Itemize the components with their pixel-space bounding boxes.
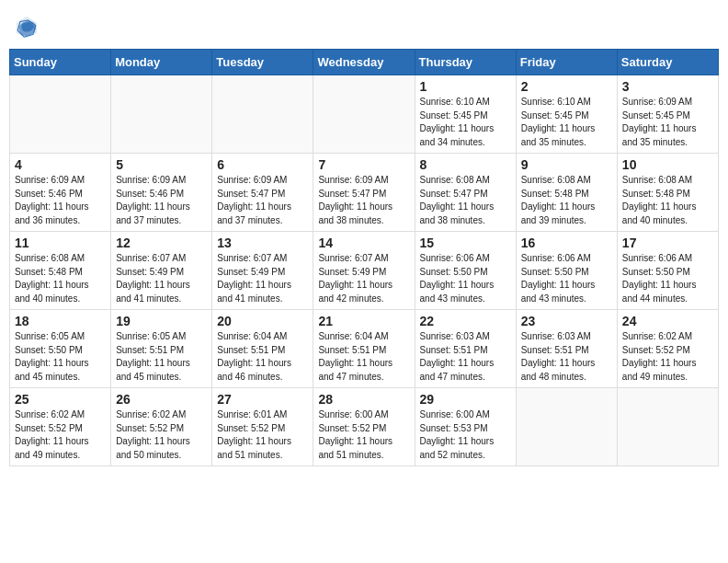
day-number: 16 xyxy=(521,236,612,250)
day-info: Sunrise: 6:03 AM Sunset: 5:51 PM Dayligh… xyxy=(521,330,612,384)
day-number: 11 xyxy=(15,236,106,250)
logo xyxy=(14,14,43,40)
day-number: 10 xyxy=(622,157,713,172)
weekday-header-saturday: Saturday xyxy=(617,50,718,75)
day-number: 26 xyxy=(116,392,207,407)
calendar-cell: 14Sunrise: 6:07 AM Sunset: 5:49 PM Dayli… xyxy=(313,232,415,310)
day-number: 13 xyxy=(217,236,308,250)
day-number: 28 xyxy=(318,392,409,407)
day-info: Sunrise: 6:07 AM Sunset: 5:49 PM Dayligh… xyxy=(318,252,409,305)
calendar-cell: 6Sunrise: 6:09 AM Sunset: 5:47 PM Daylig… xyxy=(212,154,313,232)
weekday-header-monday: Monday xyxy=(111,50,212,75)
day-info: Sunrise: 6:00 AM Sunset: 5:52 PM Dayligh… xyxy=(318,408,409,462)
calendar-cell: 26Sunrise: 6:02 AM Sunset: 5:52 PM Dayli… xyxy=(111,388,212,466)
day-info: Sunrise: 6:03 AM Sunset: 5:51 PM Dayligh… xyxy=(420,330,511,384)
day-number: 22 xyxy=(420,314,511,328)
day-number: 27 xyxy=(217,392,308,407)
day-number: 8 xyxy=(420,157,511,172)
calendar-cell: 25Sunrise: 6:02 AM Sunset: 5:52 PM Dayli… xyxy=(10,388,111,466)
day-info: Sunrise: 6:08 AM Sunset: 5:48 PM Dayligh… xyxy=(15,252,106,305)
calendar-cell: 23Sunrise: 6:03 AM Sunset: 5:51 PM Dayli… xyxy=(516,310,617,388)
calendar-cell: 3Sunrise: 6:09 AM Sunset: 5:45 PM Daylig… xyxy=(617,75,718,154)
day-info: Sunrise: 6:07 AM Sunset: 5:49 PM Dayligh… xyxy=(217,252,308,305)
calendar-cell: 18Sunrise: 6:05 AM Sunset: 5:50 PM Dayli… xyxy=(10,310,111,388)
calendar-cell xyxy=(313,75,415,154)
day-info: Sunrise: 6:02 AM Sunset: 5:52 PM Dayligh… xyxy=(622,330,713,384)
weekday-header-row: SundayMondayTuesdayWednesdayThursdayFrid… xyxy=(10,50,719,75)
day-number: 25 xyxy=(15,392,106,407)
calendar-cell: 2Sunrise: 6:10 AM Sunset: 5:45 PM Daylig… xyxy=(516,75,617,154)
day-info: Sunrise: 6:09 AM Sunset: 5:45 PM Dayligh… xyxy=(622,96,713,149)
day-info: Sunrise: 6:06 AM Sunset: 5:50 PM Dayligh… xyxy=(420,252,511,305)
day-info: Sunrise: 6:08 AM Sunset: 5:47 PM Dayligh… xyxy=(420,174,511,227)
day-number: 23 xyxy=(521,314,612,328)
calendar-cell: 1Sunrise: 6:10 AM Sunset: 5:45 PM Daylig… xyxy=(415,75,516,154)
calendar-cell: 20Sunrise: 6:04 AM Sunset: 5:51 PM Dayli… xyxy=(212,310,313,388)
day-info: Sunrise: 6:10 AM Sunset: 5:45 PM Dayligh… xyxy=(521,96,612,149)
calendar-cell: 5Sunrise: 6:09 AM Sunset: 5:46 PM Daylig… xyxy=(111,154,212,232)
calendar-cell: 12Sunrise: 6:07 AM Sunset: 5:49 PM Dayli… xyxy=(111,232,212,310)
calendar-cell xyxy=(111,75,212,154)
weekday-header-friday: Friday xyxy=(516,50,617,75)
calendar-cell: 15Sunrise: 6:06 AM Sunset: 5:50 PM Dayli… xyxy=(415,232,516,310)
day-info: Sunrise: 6:04 AM Sunset: 5:51 PM Dayligh… xyxy=(217,330,308,384)
page-header xyxy=(9,9,719,40)
weekday-header-tuesday: Tuesday xyxy=(212,50,313,75)
day-info: Sunrise: 6:09 AM Sunset: 5:47 PM Dayligh… xyxy=(318,174,409,227)
week-row-1: 1Sunrise: 6:10 AM Sunset: 5:45 PM Daylig… xyxy=(10,75,719,154)
day-info: Sunrise: 6:02 AM Sunset: 5:52 PM Dayligh… xyxy=(116,408,207,462)
day-number: 12 xyxy=(116,236,207,250)
day-info: Sunrise: 6:05 AM Sunset: 5:51 PM Dayligh… xyxy=(116,330,207,384)
calendar-cell: 21Sunrise: 6:04 AM Sunset: 5:51 PM Dayli… xyxy=(313,310,415,388)
day-number: 14 xyxy=(318,236,409,250)
day-info: Sunrise: 6:07 AM Sunset: 5:49 PM Dayligh… xyxy=(116,252,207,305)
weekday-header-thursday: Thursday xyxy=(415,50,516,75)
calendar-cell: 27Sunrise: 6:01 AM Sunset: 5:52 PM Dayli… xyxy=(212,388,313,466)
calendar-cell: 13Sunrise: 6:07 AM Sunset: 5:49 PM Dayli… xyxy=(212,232,313,310)
calendar-cell: 16Sunrise: 6:06 AM Sunset: 5:50 PM Dayli… xyxy=(516,232,617,310)
day-number: 2 xyxy=(521,79,612,94)
calendar-cell: 22Sunrise: 6:03 AM Sunset: 5:51 PM Dayli… xyxy=(415,310,516,388)
day-info: Sunrise: 6:09 AM Sunset: 5:46 PM Dayligh… xyxy=(116,174,207,227)
day-number: 24 xyxy=(622,314,713,328)
day-info: Sunrise: 6:09 AM Sunset: 5:47 PM Dayligh… xyxy=(217,174,308,227)
day-info: Sunrise: 6:06 AM Sunset: 5:50 PM Dayligh… xyxy=(521,252,612,305)
day-number: 7 xyxy=(318,157,409,172)
day-number: 17 xyxy=(622,236,713,250)
day-number: 20 xyxy=(217,314,308,328)
week-row-2: 4Sunrise: 6:09 AM Sunset: 5:46 PM Daylig… xyxy=(10,154,719,232)
day-info: Sunrise: 6:08 AM Sunset: 5:48 PM Dayligh… xyxy=(521,174,612,227)
week-row-3: 11Sunrise: 6:08 AM Sunset: 5:48 PM Dayli… xyxy=(10,232,719,310)
day-info: Sunrise: 6:06 AM Sunset: 5:50 PM Dayligh… xyxy=(622,252,713,305)
calendar-cell: 11Sunrise: 6:08 AM Sunset: 5:48 PM Dayli… xyxy=(10,232,111,310)
day-number: 4 xyxy=(15,157,106,172)
calendar-cell: 4Sunrise: 6:09 AM Sunset: 5:46 PM Daylig… xyxy=(10,154,111,232)
day-number: 29 xyxy=(420,392,511,407)
day-number: 6 xyxy=(217,157,308,172)
day-info: Sunrise: 6:09 AM Sunset: 5:46 PM Dayligh… xyxy=(15,174,106,227)
calendar-cell: 19Sunrise: 6:05 AM Sunset: 5:51 PM Dayli… xyxy=(111,310,212,388)
day-number: 5 xyxy=(116,157,207,172)
day-info: Sunrise: 6:02 AM Sunset: 5:52 PM Dayligh… xyxy=(15,408,106,462)
day-info: Sunrise: 6:05 AM Sunset: 5:50 PM Dayligh… xyxy=(15,330,106,384)
calendar-cell: 29Sunrise: 6:00 AM Sunset: 5:53 PM Dayli… xyxy=(415,388,516,466)
day-info: Sunrise: 6:04 AM Sunset: 5:51 PM Dayligh… xyxy=(318,330,409,384)
calendar-cell xyxy=(212,75,313,154)
day-number: 15 xyxy=(420,236,511,250)
week-row-4: 18Sunrise: 6:05 AM Sunset: 5:50 PM Dayli… xyxy=(10,310,719,388)
calendar-cell xyxy=(10,75,111,154)
calendar-cell xyxy=(617,388,718,466)
calendar-cell: 10Sunrise: 6:08 AM Sunset: 5:48 PM Dayli… xyxy=(617,154,718,232)
calendar-cell: 17Sunrise: 6:06 AM Sunset: 5:50 PM Dayli… xyxy=(617,232,718,310)
day-number: 18 xyxy=(15,314,106,328)
day-number: 21 xyxy=(318,314,409,328)
logo-icon xyxy=(14,14,40,40)
calendar-table: SundayMondayTuesdayWednesdayThursdayFrid… xyxy=(9,49,719,466)
calendar-cell: 24Sunrise: 6:02 AM Sunset: 5:52 PM Dayli… xyxy=(617,310,718,388)
weekday-header-sunday: Sunday xyxy=(10,50,111,75)
calendar-cell: 9Sunrise: 6:08 AM Sunset: 5:48 PM Daylig… xyxy=(516,154,617,232)
calendar-cell xyxy=(516,388,617,466)
day-number: 9 xyxy=(521,157,612,172)
day-info: Sunrise: 6:10 AM Sunset: 5:45 PM Dayligh… xyxy=(420,96,511,149)
week-row-5: 25Sunrise: 6:02 AM Sunset: 5:52 PM Dayli… xyxy=(10,388,719,466)
